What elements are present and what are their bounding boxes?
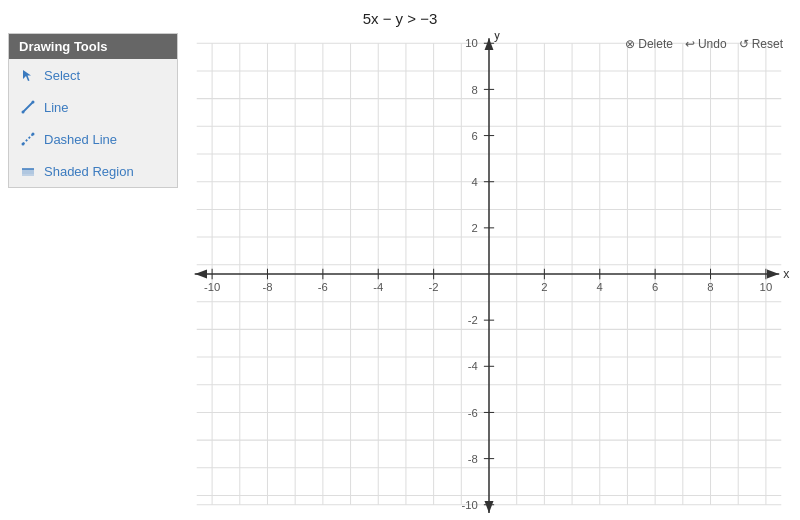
- svg-point-4: [22, 143, 25, 146]
- svg-text:10: 10: [465, 37, 478, 49]
- reset-icon: ↺: [739, 37, 749, 51]
- tool-dashed-line[interactable]: Dashed Line: [9, 123, 177, 155]
- graph-toolbar: ⊗ Delete ↩ Undo ↺ Reset: [616, 33, 792, 55]
- svg-rect-6: [22, 169, 34, 176]
- svg-line-0: [23, 102, 33, 112]
- svg-text:2: 2: [541, 281, 547, 293]
- drawing-tools-header: Drawing Tools: [9, 34, 177, 59]
- y-axis-label: y: [494, 33, 501, 42]
- svg-point-2: [32, 101, 35, 104]
- svg-text:8: 8: [471, 84, 477, 96]
- svg-text:2: 2: [471, 222, 477, 234]
- delete-icon: ⊗: [625, 37, 635, 51]
- undo-button[interactable]: ↩ Undo: [680, 35, 732, 53]
- svg-text:-6: -6: [318, 281, 328, 293]
- svg-text:4: 4: [471, 176, 477, 188]
- shaded-region-icon: [19, 162, 37, 180]
- select-icon: [19, 66, 37, 84]
- svg-text:10: 10: [760, 281, 773, 293]
- svg-text:-4: -4: [468, 360, 478, 372]
- svg-text:-4: -4: [373, 281, 383, 293]
- svg-text:-6: -6: [468, 407, 478, 419]
- drawing-tools-panel: Drawing Tools Select Line Dashed Line: [8, 33, 178, 188]
- svg-text:8: 8: [707, 281, 713, 293]
- coordinate-plane[interactable]: -10 -8 -6 -4 -2 2 4 6 8 10: [186, 33, 792, 515]
- main-layout: Drawing Tools Select Line Dashed Line: [0, 33, 800, 515]
- x-axis-label: x: [783, 267, 790, 281]
- svg-text:6: 6: [652, 281, 658, 293]
- tool-select[interactable]: Select: [9, 59, 177, 91]
- svg-text:-2: -2: [468, 314, 478, 326]
- svg-text:-10: -10: [204, 281, 220, 293]
- svg-text:-10: -10: [461, 499, 477, 511]
- dashed-line-icon: [19, 130, 37, 148]
- svg-text:-2: -2: [429, 281, 439, 293]
- line-icon: [19, 98, 37, 116]
- svg-text:-8: -8: [262, 281, 272, 293]
- svg-point-5: [32, 133, 35, 136]
- svg-point-1: [22, 111, 25, 114]
- reset-button[interactable]: ↺ Reset: [734, 35, 788, 53]
- svg-line-3: [23, 134, 33, 144]
- svg-text:6: 6: [471, 130, 477, 142]
- svg-text:4: 4: [597, 281, 603, 293]
- graph-area: ⊗ Delete ↩ Undo ↺ Reset: [186, 33, 792, 515]
- delete-button[interactable]: ⊗ Delete: [620, 35, 678, 53]
- tool-shaded-region[interactable]: Shaded Region: [9, 155, 177, 187]
- undo-icon: ↩: [685, 37, 695, 51]
- equation-title: 5x − y > −3: [0, 0, 800, 33]
- svg-text:-8: -8: [468, 453, 478, 465]
- tool-line[interactable]: Line: [9, 91, 177, 123]
